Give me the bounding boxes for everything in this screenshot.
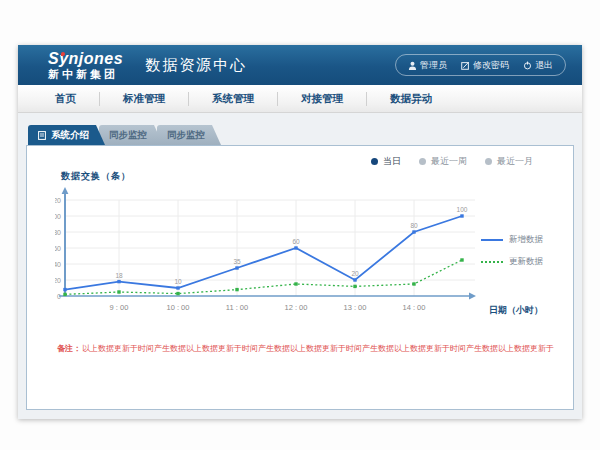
nav-item-interface-mgmt[interactable]: 对接管理: [278, 92, 366, 106]
x-axis-title: 日期（小时）: [489, 304, 543, 317]
page: Synjones 新中新集团 数据资源中心 管理员 修改密码 退出: [0, 0, 600, 450]
svg-text:13 : 00: 13 : 00: [344, 303, 367, 312]
solid-line-icon: [481, 239, 503, 241]
logo-red-accent: [61, 52, 65, 56]
range-filter-group: 当日 最近一周 最近一月: [353, 155, 533, 168]
header: Synjones 新中新集团 数据资源中心 管理员 修改密码 退出: [18, 45, 582, 85]
svg-text:10 : 00: 10 : 00: [167, 303, 190, 312]
nav-item-standard-mgmt[interactable]: 标准管理: [100, 92, 188, 106]
svg-text:11 : 00: 11 : 00: [226, 303, 248, 312]
radio-today[interactable]: 当日: [371, 155, 401, 168]
footnote: 备注：以上数据更新于时间产生数据以上数据更新于时间产生数据以上数据更新于时间产生…: [57, 343, 554, 354]
change-password-button[interactable]: 修改密码: [461, 59, 509, 72]
legend-item-new-data: 新增数据: [481, 234, 559, 246]
y-axis-title: 数据交换（条）: [61, 170, 131, 183]
line-chart: 0204060801001209 : 0010 : 0011 : 0012 : …: [55, 186, 487, 322]
svg-text:100: 100: [55, 213, 61, 220]
svg-text:100: 100: [457, 206, 468, 213]
user-icon: [408, 61, 417, 70]
svg-text:40: 40: [55, 261, 61, 268]
user-name[interactable]: 管理员: [408, 59, 447, 72]
radio-dot-icon: [371, 158, 378, 165]
tab-bar: 系统介绍 同步监控 同步监控: [28, 125, 574, 145]
nav-item-home[interactable]: 首页: [32, 92, 99, 106]
radio-dot-icon: [419, 158, 426, 165]
chart-container: 0204060801001209 : 0010 : 0011 : 0012 : …: [55, 186, 487, 322]
logo: Synjones 新中新集团: [48, 51, 123, 80]
dotted-line-icon: [481, 261, 503, 263]
svg-text:60: 60: [55, 245, 61, 252]
svg-text:35: 35: [233, 258, 241, 265]
app-window: Synjones 新中新集团 数据资源中心 管理员 修改密码 退出: [18, 45, 582, 419]
radio-last-week[interactable]: 最近一周: [419, 155, 467, 168]
svg-text:120: 120: [55, 197, 61, 204]
svg-text:80: 80: [410, 222, 418, 229]
svg-text:60: 60: [292, 238, 300, 245]
logo-text-cn: 新中新集团: [48, 69, 123, 80]
chart-card: 当日 最近一周 最近一月 数据交换（条） 0204060801001209 : …: [26, 145, 574, 410]
chart-legend: 新增数据 更新数据: [481, 234, 559, 278]
document-icon: [38, 131, 46, 140]
tab-sync-monitor-2[interactable]: 同步监控: [157, 125, 221, 145]
svg-text:9 : 00: 9 : 00: [110, 303, 129, 312]
svg-text:20: 20: [351, 270, 359, 277]
svg-text:14 : 00: 14 : 00: [403, 303, 426, 312]
content-area: 系统介绍 同步监控 同步监控 当日 最近一周: [18, 113, 582, 418]
logo-text-en: Synjones: [48, 51, 123, 67]
radio-last-month[interactable]: 最近一月: [485, 155, 533, 168]
tab-system-intro[interactable]: 系统介绍: [28, 125, 105, 145]
edit-icon: [461, 61, 470, 70]
svg-text:18: 18: [115, 272, 123, 279]
radio-dot-icon: [485, 158, 492, 165]
legend-item-update-data: 更新数据: [481, 256, 559, 268]
svg-text:12 : 00: 12 : 00: [285, 303, 308, 312]
svg-text:10: 10: [174, 278, 182, 285]
footnote-text: 以上数据更新于时间产生数据以上数据更新于时间产生数据以上数据更新于时间产生数据以…: [82, 344, 554, 353]
logout-button[interactable]: 退出: [523, 59, 553, 72]
power-icon: [523, 61, 532, 70]
tab-sync-monitor-1[interactable]: 同步监控: [99, 125, 163, 145]
main-nav: 首页 标准管理 系统管理 对接管理 数据异动: [18, 85, 582, 113]
nav-item-system-mgmt[interactable]: 系统管理: [189, 92, 277, 106]
footnote-prefix: 备注：: [57, 344, 81, 353]
nav-item-data-change[interactable]: 数据异动: [367, 92, 455, 106]
svg-text:20: 20: [55, 277, 61, 284]
page-title: 数据资源中心: [145, 56, 247, 75]
user-menu: 管理员 修改密码 退出: [395, 54, 566, 76]
svg-text:80: 80: [55, 229, 61, 236]
